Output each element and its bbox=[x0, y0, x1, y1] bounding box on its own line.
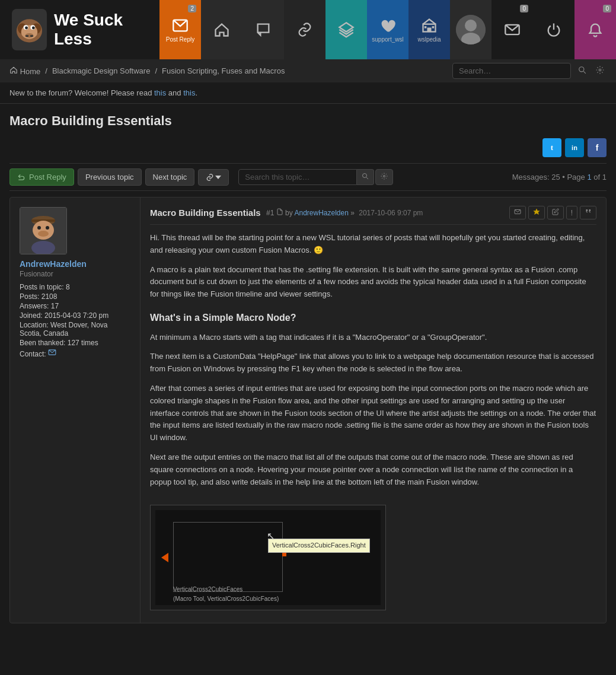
post-reply-btn[interactable]: Post Reply bbox=[9, 168, 74, 186]
stat-location: Location: West Dover, Nova Scotia, Canad… bbox=[20, 321, 130, 338]
contact-link[interactable] bbox=[48, 350, 56, 358]
topic-search-icon bbox=[362, 173, 369, 180]
topic-search-settings-btn[interactable] bbox=[375, 169, 393, 185]
previous-topic-btn[interactable]: Previous topic bbox=[78, 168, 142, 186]
topic-search-area bbox=[238, 169, 393, 185]
post-main: Macro Building Essentials #1 by AndrewHa… bbox=[141, 198, 606, 623]
crumb2-link[interactable]: Fusion Scripting, Fuses and Macros bbox=[162, 66, 285, 75]
search-icon bbox=[578, 66, 586, 74]
topic-search-input[interactable] bbox=[238, 169, 357, 185]
svg-point-21 bbox=[579, 67, 584, 72]
notifications-btn[interactable]: 0 bbox=[574, 0, 616, 59]
stat-posts: Posts: 2108 bbox=[20, 292, 57, 301]
facebook-btn[interactable]: f bbox=[588, 138, 607, 157]
nav-search bbox=[452, 63, 607, 79]
main-content: Macro Building Essentials t in f Post Re… bbox=[0, 104, 616, 633]
post-header: Macro Building Essentials #1 by AndrewHa… bbox=[150, 206, 596, 225]
svg-line-26 bbox=[366, 177, 368, 179]
stat-posts-in-topic: Posts in topic: 8 bbox=[20, 283, 70, 291]
post-p1: Hi. This thread will be the starting poi… bbox=[150, 232, 596, 257]
search-button[interactable] bbox=[576, 63, 589, 78]
post-author-avatar bbox=[20, 207, 67, 254]
stat-joined: Joined: 2015-04-03 7:20 pm bbox=[20, 311, 108, 320]
layers-btn[interactable] bbox=[325, 0, 367, 59]
post-content: Hi. This thread will be the starting poi… bbox=[150, 232, 596, 614]
site-logo bbox=[12, 9, 47, 50]
messages-badge: 0 bbox=[520, 5, 528, 12]
twitter-btn[interactable]: t bbox=[542, 138, 561, 157]
dropdown-arrow-icon bbox=[215, 174, 221, 180]
welcome-link2[interactable]: this bbox=[183, 88, 195, 97]
monkey-icon bbox=[12, 12, 47, 47]
nav-bar: Home / Blackmagic Design Software / Fusi… bbox=[0, 59, 616, 82]
reply-icon bbox=[17, 173, 25, 182]
bookmark-btn[interactable] bbox=[528, 206, 545, 219]
unread-badge: 2 bbox=[188, 5, 196, 12]
svg-point-18 bbox=[465, 20, 477, 31]
unread-posts-btn[interactable]: 2 Post Reply bbox=[159, 0, 201, 59]
sep1: / bbox=[45, 66, 47, 75]
svg-point-7 bbox=[32, 27, 35, 30]
power-btn[interactable] bbox=[533, 0, 574, 59]
power-icon bbox=[545, 21, 562, 38]
post-p6: Next are the output entries on the macro… bbox=[150, 451, 596, 488]
svg-point-33 bbox=[46, 226, 49, 230]
email-post-btn[interactable] bbox=[509, 206, 526, 219]
logo-area: We Suck Less bbox=[0, 0, 159, 59]
layers-icon bbox=[338, 21, 355, 38]
svg-point-27 bbox=[384, 176, 385, 177]
bookmark-icon bbox=[533, 208, 540, 215]
quote-icon bbox=[585, 208, 592, 215]
svg-point-23 bbox=[599, 69, 601, 71]
link-tool-icon bbox=[206, 173, 214, 182]
post-image-container: VerticalCross2CubicFaces.Right ↖ Vertica… bbox=[150, 505, 386, 610]
user-avatar-btn[interactable] bbox=[450, 0, 491, 59]
svg-line-22 bbox=[583, 71, 586, 74]
mail-icon bbox=[172, 17, 189, 34]
author-name[interactable]: AndrewHazelden bbox=[20, 259, 87, 269]
page-title: Macro Building Essentials bbox=[9, 113, 607, 129]
quote-btn[interactable] bbox=[580, 206, 596, 219]
svg-marker-24 bbox=[215, 176, 221, 179]
linkedin-btn[interactable]: in bbox=[565, 138, 584, 157]
welcome-and: and bbox=[168, 88, 183, 97]
home-icon bbox=[213, 21, 230, 38]
more-btn[interactable]: ! bbox=[566, 206, 577, 219]
home-link[interactable]: Home bbox=[9, 66, 40, 76]
crumb1-link[interactable]: Blackmagic Design Software bbox=[52, 66, 150, 75]
topic-settings-icon bbox=[381, 173, 388, 180]
linkedin-icon: in bbox=[572, 144, 577, 151]
support-btn[interactable]: support_wsl bbox=[367, 0, 408, 59]
search-input[interactable] bbox=[452, 63, 571, 79]
post-actions: ! bbox=[509, 206, 596, 219]
svg-rect-16 bbox=[432, 26, 435, 28]
wslpedia-btn[interactable]: wslpedia bbox=[408, 0, 450, 59]
post-sidebar: AndrewHazelden Fusionator Posts in topic… bbox=[10, 198, 141, 623]
post-p3: At minimum a Macro starts with a tag tha… bbox=[150, 332, 596, 344]
user-avatar bbox=[456, 15, 486, 44]
page-link[interactable]: 1 bbox=[587, 173, 591, 182]
stat-thanked: Been thanked: 127 times bbox=[20, 339, 98, 347]
svg-point-32 bbox=[37, 226, 41, 230]
contact-icon bbox=[48, 348, 56, 356]
post-meta: #1 by AndrewHazelden » 2017-10-06 9:07 p… bbox=[264, 208, 423, 217]
home-btn[interactable] bbox=[201, 0, 242, 59]
chat-btn[interactable] bbox=[242, 0, 284, 59]
edit-btn[interactable] bbox=[547, 206, 564, 219]
messages-btn[interactable]: 0 bbox=[491, 0, 533, 59]
post-p5: After that comes a series of input entri… bbox=[150, 383, 596, 444]
tools-btn[interactable] bbox=[198, 169, 229, 186]
node-label: VerticalCross2CubicFaces (Macro Tool, Ve… bbox=[173, 585, 279, 604]
post-doc-icon bbox=[276, 208, 283, 215]
welcome-link1[interactable]: this bbox=[154, 88, 166, 97]
welcome-text: New to the forum? Welcome! Please read bbox=[9, 88, 152, 97]
topic-search-btn[interactable] bbox=[357, 169, 374, 185]
header-icons: 2 Post Reply bbox=[159, 0, 616, 59]
post-author-link[interactable]: AndrewHazelden bbox=[294, 209, 348, 217]
svg-point-6 bbox=[25, 27, 28, 30]
next-topic-btn[interactable]: Next topic bbox=[145, 168, 195, 186]
svg-rect-15 bbox=[425, 26, 427, 28]
link-btn[interactable] bbox=[284, 0, 325, 59]
twitter-icon: t bbox=[551, 143, 553, 152]
search-settings-btn[interactable] bbox=[593, 63, 607, 78]
